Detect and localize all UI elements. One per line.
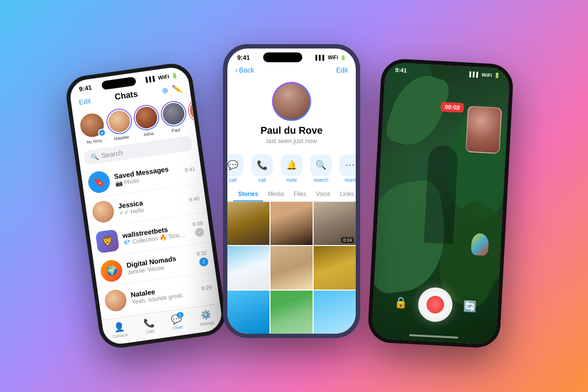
media-image-4 xyxy=(227,246,270,289)
time-chats: 9:41 xyxy=(78,83,92,92)
signal-video: ▌▌▌ xyxy=(469,71,480,77)
lock-icon: 🔒 xyxy=(394,296,408,309)
video-duration: 0:24 xyxy=(341,237,354,243)
story-ring-alina xyxy=(132,103,161,132)
profile-avatar xyxy=(273,83,310,120)
lock-button[interactable]: 🔒 xyxy=(392,294,410,312)
chat-time-natalee: 9:29 xyxy=(201,284,212,292)
action-mute[interactable]: 🔔 mute xyxy=(281,154,302,183)
parrot-decor xyxy=(471,233,489,256)
tab-stories[interactable]: Stories xyxy=(233,187,263,201)
chat-content-wallstreet: wallstreetbets 💎 Collection 🔥 Stocks 🤑 M… xyxy=(122,222,189,246)
search-icon: 🔍 xyxy=(90,152,99,161)
recording-timer: 00:02 xyxy=(441,102,464,113)
avatar-jessica xyxy=(91,199,116,224)
avatar-natalee-chat xyxy=(103,288,128,313)
media-image-7 xyxy=(227,291,270,334)
profile-name: Paul du Rove xyxy=(261,125,323,136)
chat-meta-saved: 9:41 xyxy=(184,166,196,173)
chat-time-wallstreet: 9:38 xyxy=(192,220,203,227)
status-icons-1: ▌▌▌ WiFi 🔋 xyxy=(146,72,179,83)
chat-list: 🔖 Saved Messages 📷 Photo 9:41 Jessica ✓✓… xyxy=(80,153,220,320)
chat-content-digital: Digital Nomads Jennie: Woow xyxy=(126,252,193,276)
avatar-digital: 🌍 xyxy=(99,259,124,283)
media-tabs: Stories Media Files Voice Links GIFs xyxy=(227,187,356,202)
signal-icon-2: ▌▌▌ xyxy=(316,55,326,60)
compose-icon[interactable]: ✏️ xyxy=(172,83,182,94)
edit-profile-button[interactable]: Edit xyxy=(336,66,348,74)
avatar-alina xyxy=(134,105,159,130)
story-name-alina: Alina xyxy=(144,131,154,137)
record-button[interactable] xyxy=(417,287,454,323)
add-story-button[interactable]: + xyxy=(98,128,106,137)
media-grid: 0:24 xyxy=(227,202,356,334)
story-ring-natalee xyxy=(105,107,134,136)
edit-button[interactable]: Edit xyxy=(78,97,91,106)
search-label: search xyxy=(314,177,328,183)
new-group-icon[interactable]: ⊕ xyxy=(161,85,169,96)
chat-content-natalee: Natalee Yeah, sounds great. xyxy=(130,282,197,305)
status-icons-video: ▌▌▌ WiFi 🔋 xyxy=(469,71,500,78)
action-search[interactable]: 🔍 search xyxy=(310,154,332,183)
video-controls: 🔒 🔄 xyxy=(372,284,498,325)
profile-nav: ‹ Back Edit xyxy=(227,64,356,78)
tab-files[interactable]: Files xyxy=(289,187,311,201)
media-cell-3[interactable]: 0:24 xyxy=(314,202,356,245)
phone-profile: 9:41 ▌▌▌ WiFi 🔋 ‹ Back Edit Paul du Rove xyxy=(223,44,360,338)
more-label: more xyxy=(345,177,356,183)
story-paul[interactable]: Paul xyxy=(160,99,188,134)
chat-content-jessica: Jessica ✓✓ Hello xyxy=(118,193,185,217)
story-natalee[interactable]: Natalee xyxy=(106,107,134,142)
saved-messages-avatar: 🔖 xyxy=(87,170,111,195)
my-story-item[interactable]: + My Story xyxy=(78,111,106,146)
search-profile-icon: 🔍 xyxy=(310,154,332,176)
media-cell-2[interactable] xyxy=(270,202,313,245)
avatar-paul xyxy=(161,101,186,126)
media-cell-6[interactable] xyxy=(314,246,356,289)
tab-media[interactable]: Media xyxy=(263,187,289,201)
flip-icon: 🔄 xyxy=(463,300,476,313)
pip-video xyxy=(466,106,502,154)
media-cell-5[interactable] xyxy=(270,246,313,289)
profile-info: Paul du Rove last seen just now xyxy=(227,78,356,150)
flip-camera-button[interactable]: 🔄 xyxy=(461,297,479,316)
story-ring-emma xyxy=(186,96,196,124)
voice-call-label: call xyxy=(258,177,266,183)
action-video-call[interactable]: 💬 call xyxy=(227,154,244,183)
media-image-2 xyxy=(270,202,313,245)
mute-icon: 🔔 xyxy=(281,154,302,176)
tab-voice[interactable]: Voice xyxy=(311,187,335,201)
tab-chats[interactable]: 💬 Chats 2 xyxy=(171,313,183,331)
tab-links[interactable]: Links xyxy=(335,187,356,201)
story-alina[interactable]: Alina xyxy=(133,103,161,138)
contacts-icon: 👤 xyxy=(113,321,125,333)
tab-settings-label: Settings xyxy=(200,320,215,327)
badge-digital: 2 xyxy=(199,257,209,267)
media-cell-9[interactable] xyxy=(314,291,356,334)
media-cell-1[interactable] xyxy=(227,202,270,245)
muted-badge-wallstreet: ✓ xyxy=(195,227,204,237)
chat-content-saved: Saved Messages 📷 Photo xyxy=(114,164,181,187)
story-emma[interactable]: Emma xyxy=(187,96,196,130)
media-image-9 xyxy=(314,291,356,334)
video-call-icon: 💬 xyxy=(227,154,244,176)
battery-icon-2: 🔋 xyxy=(340,55,346,60)
action-voice-call[interactable]: 📞 call xyxy=(251,154,273,183)
chat-meta-digital: 9:32 2 xyxy=(196,249,209,267)
profile-screen: 9:41 ▌▌▌ WiFi 🔋 ‹ Back Edit Paul du Rove xyxy=(227,49,356,334)
video-screen: 9:41 ▌▌▌ WiFi 🔋 00:02 🔒 xyxy=(371,62,510,345)
media-cell-8[interactable] xyxy=(270,291,313,334)
media-cell-7[interactable] xyxy=(227,291,270,334)
media-image-6 xyxy=(314,246,356,289)
status-icons-2: ▌▌▌ WiFi 🔋 xyxy=(316,55,346,60)
tab-contacts[interactable]: 👤 Contacts xyxy=(111,321,128,339)
record-indicator xyxy=(426,295,444,314)
calls-icon: 📞 xyxy=(143,317,155,329)
back-button[interactable]: ‹ Back xyxy=(235,66,254,74)
tab-settings[interactable]: ⚙️ Settings xyxy=(198,309,214,327)
media-cell-4[interactable] xyxy=(227,246,270,289)
media-image-3: 0:24 xyxy=(314,202,356,245)
action-more[interactable]: ··· more xyxy=(340,154,356,183)
tab-chats-label: Chats xyxy=(172,325,183,331)
tab-calls[interactable]: 📞 Calls xyxy=(143,317,156,335)
